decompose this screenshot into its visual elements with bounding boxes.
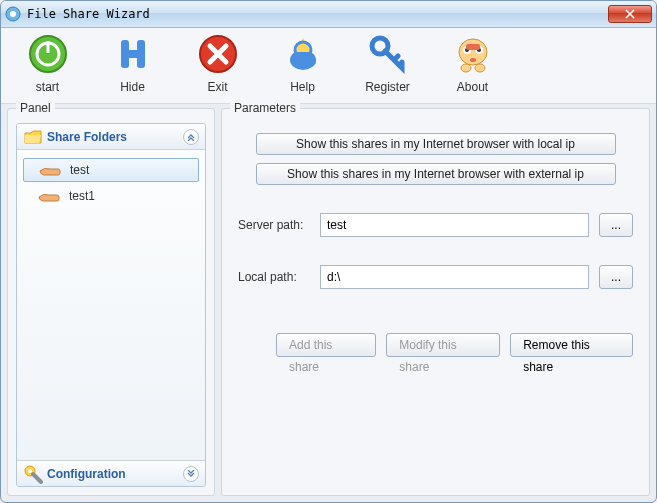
server-path-input[interactable] [320,213,589,237]
svg-rect-7 [127,50,139,58]
modify-share-button[interactable]: Modify this share [386,333,500,357]
tree-item-label: test [70,163,89,177]
show-local-ip-button[interactable]: Show this shares in my Internet browser … [256,133,616,155]
folder-icon [23,127,43,147]
tree-item[interactable]: test [23,158,199,182]
titlebar: File Share Wizard [1,1,656,28]
local-path-label: Local path: [238,270,320,284]
key-icon [368,34,408,74]
hide-icon [113,34,153,74]
panel-label: Panel [16,101,55,115]
exit-icon [198,34,238,74]
share-tree: test test1 [17,150,205,460]
svg-rect-18 [466,44,480,50]
parameters-label: Parameters [230,101,300,115]
svg-point-1 [10,11,16,17]
server-path-browse-button[interactable]: ... [599,213,633,237]
svg-point-23 [28,469,32,473]
about-button[interactable]: About [430,34,515,103]
configuration-title: Configuration [47,467,183,481]
help-icon [283,34,323,74]
toolbar: start Hide Exit Help Register [1,28,656,104]
app-icon [5,6,21,22]
power-icon [28,34,68,74]
svg-point-20 [461,64,471,72]
window-title: File Share Wizard [27,7,608,21]
add-share-button[interactable]: Add this share [276,333,376,357]
remove-share-button[interactable]: Remove this share [510,333,633,357]
close-button[interactable] [608,5,652,23]
toolbar-label: About [457,80,488,94]
svg-rect-4 [46,41,49,53]
toolbar-label: Help [290,80,315,94]
toolbar-label: start [36,80,59,94]
server-path-label: Server path: [238,218,320,232]
toolbar-label: Register [365,80,410,94]
share-folders-title: Share Folders [47,130,183,144]
toolbar-label: Hide [120,80,145,94]
panel-groupbox: Panel Share Folders te [7,108,215,496]
tree-item[interactable]: test1 [23,184,199,208]
wrench-icon [23,464,43,484]
register-button[interactable]: Register [345,34,430,103]
toolbar-label: Exit [207,80,227,94]
share-item-icon [38,163,62,177]
hide-button[interactable]: Hide [90,34,175,103]
close-icon [625,9,635,19]
show-external-ip-button[interactable]: Show this shares in my Internet browser … [256,163,616,185]
start-button[interactable]: start [5,34,90,103]
chevron-up-icon [183,129,199,145]
svg-point-19 [470,58,476,62]
svg-point-21 [475,64,485,72]
configuration-header[interactable]: Configuration [17,460,205,486]
tree-item-label: test1 [69,189,95,203]
local-path-browse-button[interactable]: ... [599,265,633,289]
share-folders-header[interactable]: Share Folders [17,124,205,150]
share-item-icon [37,189,61,203]
parameters-groupbox: Parameters Show this shares in my Intern… [221,108,650,496]
local-path-input[interactable] [320,265,589,289]
chevron-down-icon [183,466,199,482]
about-icon [453,34,493,74]
help-button[interactable]: Help [260,34,345,103]
exit-button[interactable]: Exit [175,34,260,103]
